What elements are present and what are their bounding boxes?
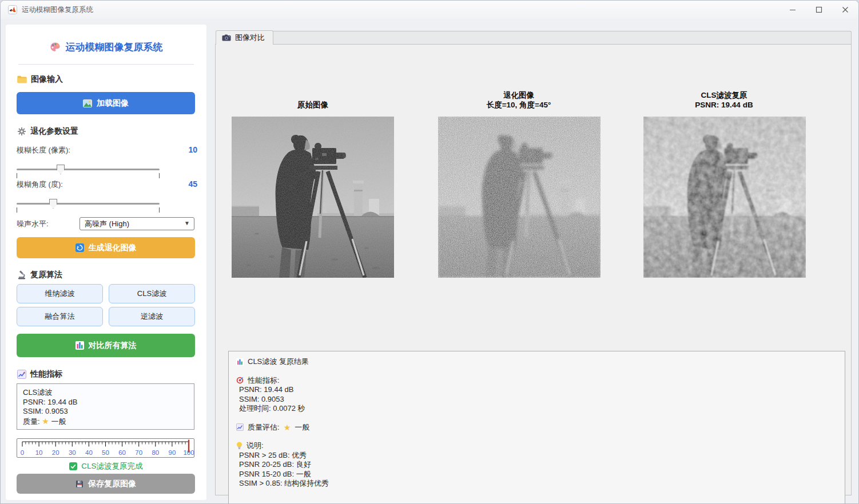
blur-length-slider[interactable] [17, 163, 160, 178]
note-line: PSNR > 25 dB: 优秀 [236, 451, 837, 461]
slider-track[interactable] [17, 169, 160, 170]
section-performance-metrics: 性能指标 [17, 369, 62, 379]
svg-text:40: 40 [85, 449, 93, 456]
blur-angle-row: 模糊角度 (度): 45 [17, 179, 197, 190]
restored-image-title: CLS滤波复原 PSNR: 19.44 dB [643, 90, 805, 110]
svg-text:30: 30 [69, 449, 76, 456]
tab-content: 原始图像 退化图像 长度=10, 角度=45° CLS滤波复原 PSNR: 19… [215, 44, 852, 495]
divider [18, 64, 194, 65]
original-image-title: 原始图像 [232, 100, 394, 110]
minimize-button[interactable] [780, 1, 806, 19]
results-panel: CLS滤波 复原结果 性能指标: PSNR: 19.44 dB SSIM: 0.… [228, 351, 845, 504]
window-title: 运动模糊图像复原系统 [22, 5, 93, 15]
close-button[interactable] [832, 1, 858, 19]
target-icon [236, 377, 244, 384]
result-time: 处理时间: 0.0072 秒 [236, 404, 837, 414]
compare-all-button[interactable]: 对比所有算法 [17, 334, 195, 357]
microscope-icon [17, 270, 26, 279]
load-image-button[interactable]: 加载图像 [17, 92, 195, 114]
chart-up-icon [236, 423, 244, 431]
blur-length-row: 模糊长度 (像素): 10 [17, 145, 197, 155]
section-degrade-params: 退化参数设置 [17, 126, 78, 137]
slider-track[interactable] [17, 203, 160, 205]
section-restore-algorithms: 复原算法 [17, 270, 62, 280]
wiener-filter-button[interactable]: 维纳滤波 [17, 284, 103, 303]
note-line: PSNR 20-25 dB: 良好 [236, 460, 837, 470]
folder-icon [17, 75, 27, 83]
result-ssim: SSIM: 0.9053 [236, 395, 837, 405]
svg-text:10: 10 [35, 449, 43, 456]
chart-up-icon [17, 370, 26, 379]
svg-text:0: 0 [21, 449, 24, 456]
blur-angle-slider[interactable] [17, 198, 160, 213]
note-line: SSIM > 0.85: 结构保持优秀 [236, 479, 837, 489]
check-icon [69, 462, 77, 470]
degraded-image [438, 117, 600, 278]
floppy-icon [75, 480, 83, 488]
degraded-image-title: 退化图像 长度=10, 角度=45° [438, 90, 599, 110]
image-icon [83, 99, 92, 107]
algorithm-buttons: 维纳滤波 CLS滤波 融合算法 逆滤波 [17, 284, 195, 326]
status-text: CLS滤波复原完成 [81, 461, 142, 471]
metrics-algo: CLS滤波 [23, 388, 188, 398]
blur-length-value: 10 [188, 145, 197, 154]
camera-icon [222, 34, 231, 41]
results-header: CLS滤波 复原结果 [236, 357, 837, 367]
lightbulb-icon [236, 442, 242, 450]
perf-header: 性能指标: [236, 376, 837, 386]
metrics-psnr: PSNR: 19.44 dB [23, 398, 188, 407]
result-psnr: PSNR: 19.44 dB [236, 385, 837, 395]
slider-thumb[interactable] [49, 199, 57, 209]
svg-text:90: 90 [169, 449, 176, 456]
blur-length-label: 模糊长度 (像素): [17, 145, 70, 155]
metrics-panel: CLS滤波 PSNR: 19.44 dB SSIM: 0.9053 质量: ★ … [17, 383, 194, 430]
blur-angle-label: 模糊角度 (度): [17, 179, 63, 190]
blur-angle-value: 45 [188, 179, 197, 189]
bar-chart-icon [236, 358, 244, 366]
section-image-input: 图像输入 [17, 74, 63, 85]
sidebar: 运动模糊图像复原系统 图像输入 加载图像 退化参数设置 模糊长度 (像素): 1… [6, 25, 206, 500]
window-titlebar: 运动模糊图像复原系统 [1, 1, 858, 19]
progress-gauge: 0102030405060708090100 [17, 438, 194, 458]
star-icon: ★ [284, 423, 291, 433]
metrics-ssim: SSIM: 0.9053 [23, 407, 188, 417]
palette-icon [50, 42, 61, 53]
cls-filter-button[interactable]: CLS滤波 [109, 284, 195, 303]
noise-level-label: 噪声水平: [17, 219, 79, 229]
star-icon: ★ [42, 417, 49, 426]
svg-text:50: 50 [102, 449, 109, 456]
maximize-button[interactable] [806, 1, 832, 19]
noise-level-row: 噪声水平: 高噪声 (High) ▼ [17, 217, 194, 230]
app-window: 运动模糊图像复原系统 运动模糊图像复原系统 图像输入 加载图像 [0, 0, 859, 504]
main-panel: 图像对比 原始图像 退化图像 长度=10, 角度=45° CLS滤波复原 PSN… [215, 26, 852, 495]
tab-strip: 图像对比 [215, 31, 852, 45]
original-image [232, 117, 394, 278]
fusion-algorithm-button[interactable]: 融合算法 [17, 307, 103, 326]
refresh-icon [75, 243, 84, 252]
restored-image [643, 117, 806, 278]
quality-line: 质量评估: ★ 一般 [236, 423, 837, 433]
svg-text:20: 20 [52, 449, 59, 456]
noise-level-dropdown[interactable]: 高噪声 (High) ▼ [79, 217, 194, 230]
svg-text:60: 60 [118, 449, 126, 456]
tab-image-compare[interactable]: 图像对比 [216, 30, 273, 45]
metrics-quality: 质量: ★ 一般 [23, 417, 188, 427]
status-row: CLS滤波复原完成 [6, 461, 206, 471]
note-line: PSNR 15-20 dB: 一般 [236, 470, 837, 479]
inverse-filter-button[interactable]: 逆滤波 [109, 307, 195, 326]
generate-degraded-button[interactable]: 生成退化图像 [17, 237, 195, 258]
gear-icon [17, 127, 26, 136]
matlab-icon [8, 5, 17, 14]
svg-text:70: 70 [135, 449, 142, 456]
notes-header: 说明: [236, 441, 837, 451]
chevron-down-icon: ▼ [184, 220, 190, 226]
slider-thumb[interactable] [57, 165, 65, 174]
svg-text:80: 80 [152, 449, 159, 456]
save-image-button[interactable]: 保存复原图像 [17, 474, 195, 494]
page-title: 运动模糊图像复原系统 [6, 41, 206, 54]
bar-chart-icon [75, 341, 84, 350]
